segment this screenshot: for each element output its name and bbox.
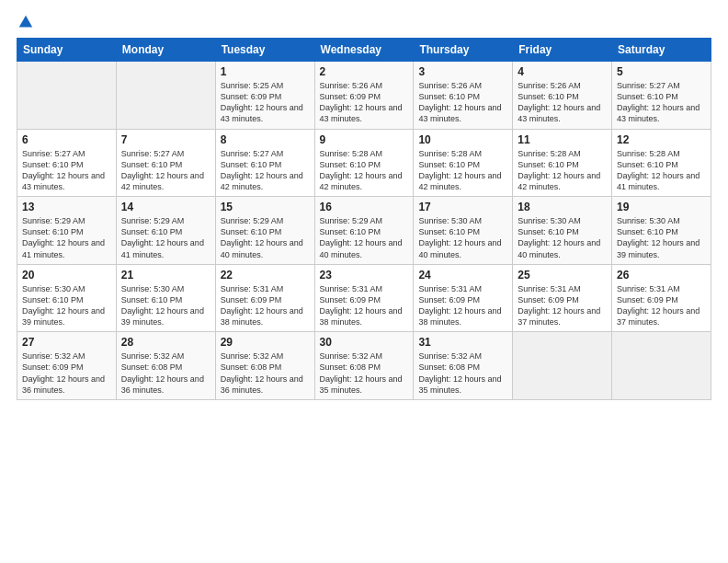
calendar-week-row: 13Sunrise: 5:29 AMSunset: 6:10 PMDayligh…	[17, 197, 711, 265]
day-info: Sunrise: 5:31 AMSunset: 6:09 PMDaylight:…	[418, 283, 507, 328]
day-number: 24	[418, 269, 507, 282]
day-info: Sunrise: 5:30 AMSunset: 6:10 PMDaylight:…	[617, 215, 706, 260]
day-number: 19	[617, 201, 706, 213]
weekday-header-tuesday: Tuesday	[215, 39, 314, 62]
day-info: Sunrise: 5:29 AMSunset: 6:10 PMDaylight:…	[22, 215, 111, 260]
day-info: Sunrise: 5:29 AMSunset: 6:10 PMDaylight:…	[121, 215, 210, 260]
calendar-cell: 8Sunrise: 5:27 AMSunset: 6:10 PMDaylight…	[215, 129, 314, 197]
weekday-header-sunday: Sunday	[17, 39, 117, 62]
svg-marker-0	[19, 16, 32, 28]
calendar-week-row: 6Sunrise: 5:27 AMSunset: 6:10 PMDaylight…	[17, 129, 711, 197]
day-number: 15	[221, 201, 310, 213]
day-number: 25	[518, 269, 607, 282]
logo	[17, 14, 34, 30]
day-info: Sunrise: 5:31 AMSunset: 6:09 PMDaylight:…	[320, 283, 409, 328]
calendar-cell: 29Sunrise: 5:32 AMSunset: 6:08 PMDayligh…	[215, 332, 314, 400]
day-number: 27	[22, 336, 111, 349]
calendar-header-row: SundayMondayTuesdayWednesdayThursdayFrid…	[17, 39, 711, 62]
calendar-cell: 30Sunrise: 5:32 AMSunset: 6:08 PMDayligh…	[314, 332, 414, 400]
day-info: Sunrise: 5:28 AMSunset: 6:10 PMDaylight:…	[418, 148, 507, 193]
day-info: Sunrise: 5:30 AMSunset: 6:10 PMDaylight:…	[518, 215, 607, 260]
calendar-cell: 12Sunrise: 5:28 AMSunset: 6:10 PMDayligh…	[612, 129, 711, 197]
day-info: Sunrise: 5:31 AMSunset: 6:09 PMDaylight:…	[221, 283, 310, 328]
day-number: 8	[221, 133, 310, 146]
weekday-header-wednesday: Wednesday	[314, 39, 414, 62]
day-info: Sunrise: 5:27 AMSunset: 6:10 PMDaylight:…	[617, 80, 706, 125]
day-info: Sunrise: 5:30 AMSunset: 6:10 PMDaylight:…	[121, 283, 210, 328]
calendar-cell: 18Sunrise: 5:30 AMSunset: 6:10 PMDayligh…	[513, 197, 612, 265]
day-number: 4	[518, 65, 607, 78]
day-info: Sunrise: 5:28 AMSunset: 6:10 PMDaylight:…	[617, 148, 706, 193]
day-number: 16	[320, 201, 409, 213]
day-info: Sunrise: 5:25 AMSunset: 6:09 PMDaylight:…	[221, 80, 310, 125]
calendar-cell: 26Sunrise: 5:31 AMSunset: 6:09 PMDayligh…	[612, 264, 711, 332]
day-number: 2	[320, 65, 409, 78]
header	[17, 14, 711, 30]
day-info: Sunrise: 5:26 AMSunset: 6:10 PMDaylight:…	[418, 80, 507, 125]
day-info: Sunrise: 5:27 AMSunset: 6:10 PMDaylight:…	[121, 148, 210, 193]
calendar-cell: 1Sunrise: 5:25 AMSunset: 6:09 PMDaylight…	[215, 62, 314, 130]
calendar-cell: 11Sunrise: 5:28 AMSunset: 6:10 PMDayligh…	[513, 129, 612, 197]
calendar-cell: 13Sunrise: 5:29 AMSunset: 6:10 PMDayligh…	[17, 197, 117, 265]
day-number: 21	[121, 269, 210, 282]
day-info: Sunrise: 5:29 AMSunset: 6:10 PMDaylight:…	[221, 215, 310, 260]
calendar-cell: 7Sunrise: 5:27 AMSunset: 6:10 PMDaylight…	[116, 129, 215, 197]
calendar-week-row: 1Sunrise: 5:25 AMSunset: 6:09 PMDaylight…	[17, 62, 711, 130]
day-info: Sunrise: 5:29 AMSunset: 6:10 PMDaylight:…	[320, 215, 409, 260]
calendar-week-row: 20Sunrise: 5:30 AMSunset: 6:10 PMDayligh…	[17, 264, 711, 332]
calendar-table: SundayMondayTuesdayWednesdayThursdayFrid…	[17, 38, 711, 400]
day-number: 29	[221, 336, 310, 349]
day-number: 10	[418, 133, 507, 146]
day-number: 11	[518, 133, 607, 146]
page: SundayMondayTuesdayWednesdayThursdayFrid…	[0, 0, 728, 563]
day-number: 6	[22, 133, 111, 146]
day-number: 7	[121, 133, 210, 146]
day-number: 12	[617, 133, 706, 146]
calendar-cell: 25Sunrise: 5:31 AMSunset: 6:09 PMDayligh…	[513, 264, 612, 332]
day-number: 3	[418, 65, 507, 78]
calendar-cell: 5Sunrise: 5:27 AMSunset: 6:10 PMDaylight…	[612, 62, 711, 130]
logo-icon	[17, 14, 34, 30]
day-info: Sunrise: 5:28 AMSunset: 6:10 PMDaylight:…	[518, 148, 607, 193]
day-number: 28	[121, 336, 210, 349]
calendar-cell: 6Sunrise: 5:27 AMSunset: 6:10 PMDaylight…	[17, 129, 117, 197]
day-number: 30	[320, 336, 409, 349]
calendar-cell: 10Sunrise: 5:28 AMSunset: 6:10 PMDayligh…	[414, 129, 513, 197]
day-number: 20	[22, 269, 111, 282]
calendar-cell: 23Sunrise: 5:31 AMSunset: 6:09 PMDayligh…	[314, 264, 414, 332]
calendar-cell: 14Sunrise: 5:29 AMSunset: 6:10 PMDayligh…	[116, 197, 215, 265]
day-info: Sunrise: 5:31 AMSunset: 6:09 PMDaylight:…	[518, 283, 607, 328]
calendar-cell: 24Sunrise: 5:31 AMSunset: 6:09 PMDayligh…	[414, 264, 513, 332]
calendar-cell: 31Sunrise: 5:32 AMSunset: 6:08 PMDayligh…	[414, 332, 513, 400]
day-info: Sunrise: 5:32 AMSunset: 6:09 PMDaylight:…	[22, 350, 111, 396]
day-info: Sunrise: 5:32 AMSunset: 6:08 PMDaylight:…	[320, 350, 409, 396]
calendar-cell	[513, 332, 612, 400]
calendar-cell: 22Sunrise: 5:31 AMSunset: 6:09 PMDayligh…	[215, 264, 314, 332]
weekday-header-monday: Monday	[116, 39, 215, 62]
weekday-header-saturday: Saturday	[612, 39, 711, 62]
day-info: Sunrise: 5:28 AMSunset: 6:10 PMDaylight:…	[320, 148, 409, 193]
calendar-cell: 2Sunrise: 5:26 AMSunset: 6:09 PMDaylight…	[314, 62, 414, 130]
calendar-cell: 3Sunrise: 5:26 AMSunset: 6:10 PMDaylight…	[414, 62, 513, 130]
weekday-header-friday: Friday	[513, 39, 612, 62]
day-info: Sunrise: 5:27 AMSunset: 6:10 PMDaylight:…	[221, 148, 310, 193]
calendar-cell	[612, 332, 711, 400]
day-number: 23	[320, 269, 409, 282]
day-number: 9	[320, 133, 409, 146]
calendar-cell: 19Sunrise: 5:30 AMSunset: 6:10 PMDayligh…	[612, 197, 711, 265]
day-info: Sunrise: 5:32 AMSunset: 6:08 PMDaylight:…	[418, 350, 507, 396]
day-info: Sunrise: 5:30 AMSunset: 6:10 PMDaylight:…	[418, 215, 507, 260]
weekday-header-thursday: Thursday	[414, 39, 513, 62]
day-number: 17	[418, 201, 507, 213]
day-info: Sunrise: 5:26 AMSunset: 6:09 PMDaylight:…	[320, 80, 409, 125]
calendar-cell: 16Sunrise: 5:29 AMSunset: 6:10 PMDayligh…	[314, 197, 414, 265]
calendar-cell: 21Sunrise: 5:30 AMSunset: 6:10 PMDayligh…	[116, 264, 215, 332]
calendar-cell: 15Sunrise: 5:29 AMSunset: 6:10 PMDayligh…	[215, 197, 314, 265]
day-info: Sunrise: 5:32 AMSunset: 6:08 PMDaylight:…	[121, 350, 210, 396]
day-number: 14	[121, 201, 210, 213]
calendar-cell: 27Sunrise: 5:32 AMSunset: 6:09 PMDayligh…	[17, 332, 117, 400]
day-number: 13	[22, 201, 111, 213]
day-info: Sunrise: 5:30 AMSunset: 6:10 PMDaylight:…	[22, 283, 111, 328]
calendar-cell: 28Sunrise: 5:32 AMSunset: 6:08 PMDayligh…	[116, 332, 215, 400]
calendar-week-row: 27Sunrise: 5:32 AMSunset: 6:09 PMDayligh…	[17, 332, 711, 400]
